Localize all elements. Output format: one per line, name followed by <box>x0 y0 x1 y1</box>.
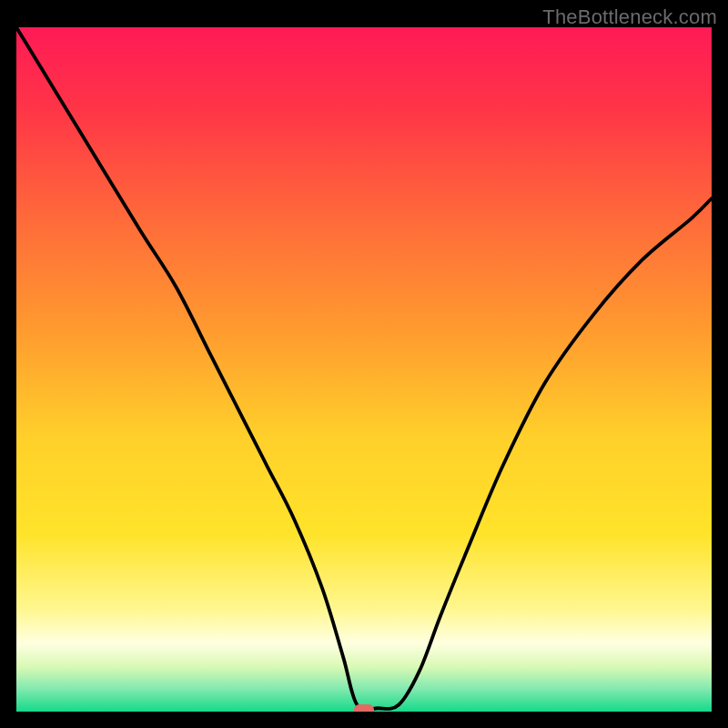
watermark-label: TheBottleneck.com <box>542 5 717 29</box>
plot-area <box>16 27 712 712</box>
chart-frame: TheBottleneck.com <box>0 0 728 728</box>
chart-svg <box>16 27 712 712</box>
min-marker <box>354 704 374 712</box>
gradient-background <box>16 27 712 712</box>
